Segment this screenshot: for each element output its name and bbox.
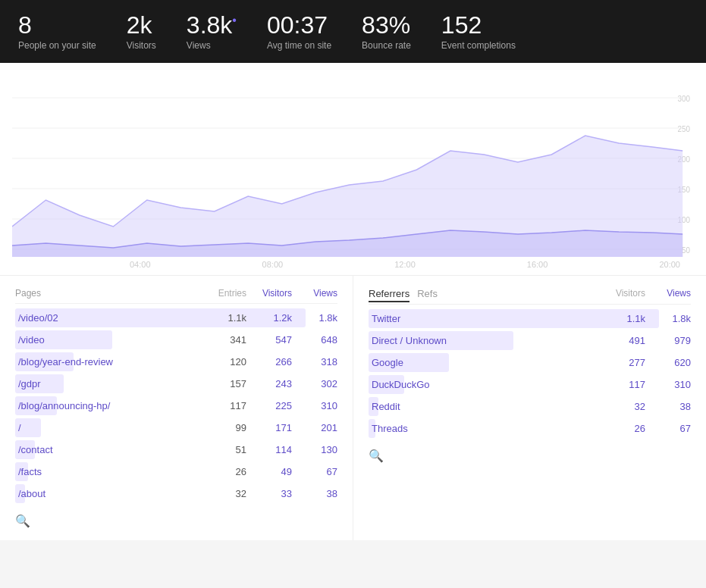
stat-value-bounce: 83%: [362, 12, 411, 39]
chart-container: 50 100 150 200 250 300: [12, 75, 694, 257]
table-row[interactable]: Threads2667: [369, 418, 691, 439]
stat-label-avgtime: Avg time on site: [267, 40, 331, 51]
x-label-5: 20:00: [659, 260, 680, 269]
stat-label-views: Views: [187, 40, 237, 51]
row-referrer-label: Threads: [369, 421, 600, 436]
row-ref-views: 38: [645, 401, 691, 412]
row-views: 648: [292, 334, 337, 346]
pages-rows: /video/021.1k1.2k1.8k/video341547648/blo…: [15, 307, 337, 505]
stat-value-visitors: 2k: [127, 12, 156, 39]
chart-svg: 50 100 150 200 250 300: [12, 75, 694, 257]
stat-value-people: 8: [18, 12, 96, 39]
row-ref-visitors: 1.1k: [600, 313, 645, 324]
pages-headers: Pages Entries Visitors Views: [15, 288, 337, 304]
table-row[interactable]: Google277620: [369, 352, 691, 374]
row-entries: 26: [201, 466, 246, 477]
row-visitors: 243: [246, 378, 292, 389]
pages-entries-header: Entries: [201, 288, 246, 299]
row-ref-views: 67: [645, 423, 691, 434]
row-ref-visitors: 26: [600, 423, 645, 434]
row-visitors: 33: [246, 488, 292, 499]
row-referrer-label: DuckDuckGo: [369, 377, 600, 392]
referrers-headers: Referrers Refs Visitors Views: [369, 288, 691, 305]
stat-label-people: People on your site: [18, 40, 96, 51]
row-visitors: 266: [246, 356, 292, 368]
stat-avgtime: 00:37Avg time on site: [267, 12, 331, 51]
table-row[interactable]: /99171201: [15, 417, 337, 439]
pages-visitors-header: Visitors: [246, 288, 292, 299]
row-visitors: 114: [246, 444, 292, 455]
stat-value-events: 152: [441, 12, 516, 39]
table-row[interactable]: /video/021.1k1.2k1.8k: [15, 307, 337, 329]
row-visitors: 171: [246, 422, 292, 433]
row-views: 1.8k: [292, 312, 337, 324]
stat-label-bounce: Bounce rate: [362, 40, 411, 51]
x-label-3: 12:00: [394, 260, 416, 269]
row-entries: 99: [201, 422, 246, 433]
table-row[interactable]: DuckDuckGo117310: [369, 374, 691, 396]
row-ref-views: 310: [645, 379, 691, 390]
row-entries: 157: [201, 378, 246, 389]
ref-rows: Twitter1.1k1.8kDirect / Unknown491979Goo…: [369, 308, 691, 439]
svg-text:250: 250: [678, 125, 691, 133]
row-visitors: 225: [246, 400, 292, 411]
row-ref-views: 620: [645, 357, 691, 368]
dot-indicator: •: [232, 14, 237, 27]
table-row[interactable]: /contact51114130: [15, 439, 337, 461]
x-label-2: 08:00: [262, 260, 284, 269]
stat-label-events: Event completions: [441, 40, 516, 51]
table-row[interactable]: Reddit3238: [369, 396, 691, 418]
row-referrer-label: Google: [369, 355, 600, 370]
row-visitors: 49: [246, 466, 292, 477]
stat-bounce: 83%Bounce rate: [362, 12, 411, 51]
table-row[interactable]: /blog/announcing-hp/117225310: [15, 395, 337, 417]
row-visitors: 547: [246, 334, 292, 346]
row-referrer-label: Direct / Unknown: [369, 333, 600, 348]
row-page-label: /gdpr: [15, 377, 201, 391]
row-entries: 32: [201, 488, 246, 499]
row-page-label: /facts: [15, 464, 201, 479]
row-ref-visitors: 117: [600, 379, 645, 390]
row-referrer-label: Reddit: [369, 399, 600, 414]
row-entries: 120: [201, 356, 246, 368]
stat-visitors: 2kVisitors: [127, 12, 156, 51]
tab-referrers[interactable]: Referrers: [369, 288, 409, 302]
row-ref-visitors: 32: [600, 401, 645, 412]
chart-area: 50 100 150 200 250 300 04:00 08:00 12:00…: [0, 63, 706, 276]
stat-label-visitors: Visitors: [127, 40, 156, 51]
stat-events: 152Event completions: [441, 12, 516, 51]
tab-refs[interactable]: Refs: [417, 288, 438, 301]
pages-search[interactable]: 🔍: [15, 514, 337, 528]
table-row[interactable]: /gdpr157243302: [15, 373, 337, 395]
table-row[interactable]: /facts264967: [15, 461, 337, 483]
stat-value-views: 3.8k•: [187, 12, 237, 39]
ref-visitors-header: Visitors: [600, 288, 645, 299]
row-page-label: /video: [15, 333, 201, 347]
row-page-label: /contact: [15, 443, 201, 457]
table-row[interactable]: /video341547648: [15, 329, 337, 351]
row-views: 38: [292, 488, 337, 499]
pages-section: Pages Entries Visitors Views /video/021.…: [0, 276, 353, 540]
table-row[interactable]: /blog/year-end-review120266318: [15, 351, 337, 373]
row-ref-views: 1.8k: [645, 313, 691, 324]
svg-text:300: 300: [678, 95, 691, 103]
stat-views: 3.8k•Views: [187, 12, 237, 51]
table-row[interactable]: Direct / Unknown491979: [369, 330, 691, 352]
ref-search[interactable]: 🔍: [369, 449, 691, 463]
row-views: 201: [292, 422, 337, 433]
x-label-1: 04:00: [130, 260, 151, 269]
row-entries: 1.1k: [201, 312, 246, 324]
row-views: 130: [292, 444, 337, 455]
row-page-label: /video/02: [15, 311, 201, 325]
referrers-section: Referrers Refs Visitors Views Twitter1.1…: [353, 276, 706, 540]
row-views: 302: [292, 378, 337, 389]
row-page-label: /about: [15, 486, 201, 501]
row-views: 310: [292, 400, 337, 411]
row-views: 67: [292, 466, 337, 477]
row-page-label: /: [15, 421, 201, 435]
stats-bar: 8People on your site2kVisitors3.8k•Views…: [0, 0, 706, 63]
row-page-label: /blog/year-end-review: [15, 355, 201, 369]
table-row[interactable]: Twitter1.1k1.8k: [369, 308, 691, 330]
table-row[interactable]: /about323338: [15, 483, 337, 505]
row-entries: 51: [201, 444, 246, 455]
